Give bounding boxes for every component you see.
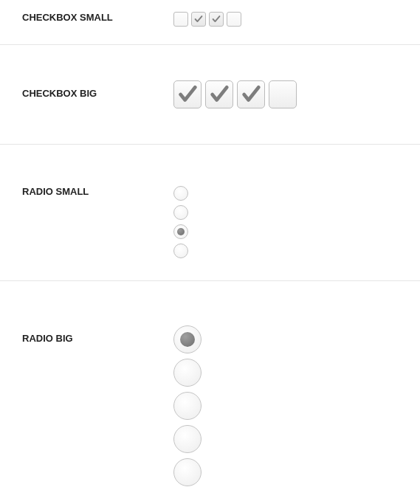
radio-small-1[interactable]: [173, 186, 188, 201]
radio-big-3[interactable]: [173, 392, 202, 420]
checkbox-small-2[interactable]: [191, 12, 206, 27]
radio-small-4[interactable]: [173, 244, 188, 258]
radio-dot-icon: [180, 332, 195, 347]
checkbox-small-3[interactable]: [209, 12, 224, 27]
checkbox-big-group: [173, 80, 297, 108]
section-checkbox-small: CHECKBOX SMALL: [0, 0, 420, 45]
radio-small-2[interactable]: [173, 205, 188, 220]
label-radio-big: RADIO BIG: [22, 325, 173, 344]
checkbox-big-2[interactable]: [205, 80, 233, 108]
check-icon: [240, 83, 262, 106]
check-icon: [176, 83, 199, 106]
check-icon: [208, 83, 230, 106]
radio-dot-icon: [177, 228, 185, 235]
checkbox-big-4[interactable]: [269, 80, 297, 108]
check-icon: [193, 14, 204, 24]
checkbox-small-group: [173, 12, 241, 27]
radio-big-5[interactable]: [173, 458, 202, 486]
radio-big-2[interactable]: [173, 359, 202, 387]
section-radio-small: RADIO SMALL: [0, 145, 420, 281]
radio-small-group: [173, 186, 188, 258]
radio-big-4[interactable]: [173, 425, 202, 453]
checkbox-big-3[interactable]: [237, 80, 265, 108]
radio-big-group: [173, 325, 202, 486]
checkbox-small-1[interactable]: [173, 12, 188, 27]
label-checkbox-small: CHECKBOX SMALL: [22, 12, 173, 23]
radio-big-1[interactable]: [173, 325, 202, 353]
label-radio-small: RADIO SMALL: [22, 186, 173, 197]
check-icon: [211, 14, 221, 24]
checkbox-big-1[interactable]: [173, 80, 202, 108]
section-radio-big: RADIO BIG: [0, 281, 420, 504]
label-checkbox-big: CHECKBOX BIG: [22, 80, 173, 99]
checkbox-small-4[interactable]: [227, 12, 241, 27]
radio-small-3[interactable]: [173, 224, 188, 239]
section-checkbox-big: CHECKBOX BIG: [0, 45, 420, 145]
